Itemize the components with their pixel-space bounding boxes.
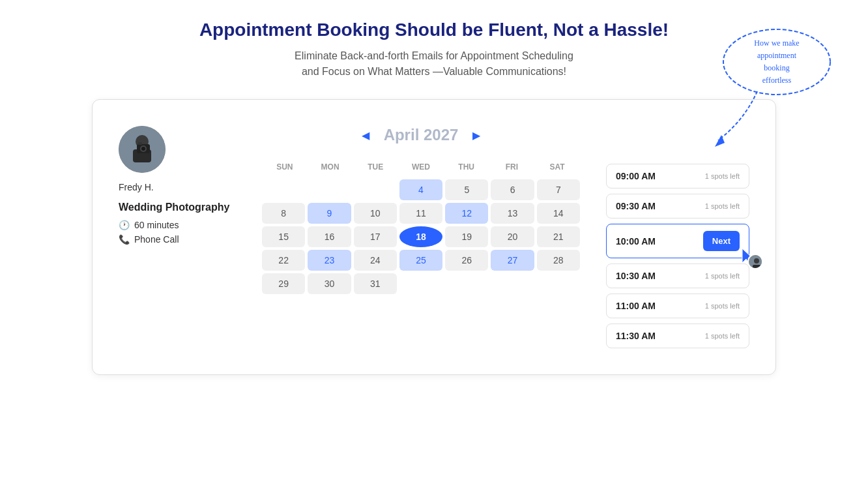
- svg-marker-5: [715, 135, 725, 147]
- day-headers: SUN MON TUE WED THU FRI SAT: [262, 160, 580, 174]
- day-cell-7[interactable]: 7: [537, 179, 580, 200]
- next-button[interactable]: Next: [703, 231, 740, 251]
- arrow-decoration: [705, 88, 770, 153]
- slot-right-1000: Next: [703, 231, 740, 251]
- phone-icon: 📞: [119, 234, 130, 245]
- day-cell-26[interactable]: 26: [445, 250, 488, 271]
- day-cell-29[interactable]: 29: [262, 273, 305, 294]
- time-label-0930: 09:30 AM: [616, 201, 656, 211]
- svg-point-14: [749, 255, 763, 269]
- time-label-1130: 11:30 AM: [616, 331, 656, 341]
- day-cell-empty: [308, 179, 351, 200]
- spots-label-0930: 1 spots left: [705, 202, 740, 210]
- booking-card: Fredy H. Wedding Photography 🕐 60 minute…: [92, 99, 776, 375]
- day-header-fri: FRI: [489, 160, 535, 174]
- day-cell-31[interactable]: 31: [354, 273, 397, 294]
- time-slot-0900[interactable]: 09:00 AM 1 spots left: [606, 164, 749, 188]
- day-cell-empty: [262, 179, 305, 200]
- day-cell-22[interactable]: 22: [262, 250, 305, 271]
- day-cell-20[interactable]: 20: [491, 226, 534, 247]
- time-label-1030: 10:30 AM: [616, 271, 656, 281]
- day-cell-11[interactable]: 11: [399, 203, 442, 224]
- day-cell-23[interactable]: 23: [308, 250, 351, 271]
- day-cell-4[interactable]: 4: [399, 179, 442, 200]
- svg-rect-12: [138, 142, 142, 145]
- day-header-sun: SUN: [262, 160, 308, 174]
- day-cell-5[interactable]: 5: [445, 179, 488, 200]
- day-cell-24[interactable]: 24: [354, 250, 397, 271]
- day-cell-18[interactable]: 18: [399, 226, 442, 247]
- handwritten-bubble: How we make appointment booking effortle…: [718, 23, 835, 104]
- time-slot-0930[interactable]: 09:30 AM 1 spots left: [606, 194, 749, 218]
- day-header-wed: WED: [398, 160, 444, 174]
- time-label-1100: 11:00 AM: [616, 301, 656, 311]
- day-cell-27[interactable]: 27: [491, 250, 534, 271]
- svg-text:booking: booking: [764, 63, 789, 72]
- day-header-thu: THU: [444, 160, 489, 174]
- time-slot-1100[interactable]: 11:00 AM 1 spots left: [606, 294, 749, 318]
- main-title: Appointment Booking Should be Fluent, No…: [39, 20, 829, 40]
- day-header-sat: SAT: [534, 160, 580, 174]
- svg-marker-13: [742, 248, 753, 264]
- svg-text:appointment: appointment: [757, 51, 797, 60]
- next-month-button[interactable]: ▶: [469, 127, 484, 144]
- day-cell-25[interactable]: 25: [399, 250, 442, 271]
- day-cell-14[interactable]: 14: [537, 203, 580, 224]
- duration-detail: 🕐 60 minutes: [119, 220, 236, 230]
- contact-detail: 📞 Phone Call: [119, 234, 236, 245]
- day-cell-empty: [491, 273, 534, 294]
- day-cell-8[interactable]: 8: [262, 203, 305, 224]
- spots-label-0900: 1 spots left: [705, 172, 740, 180]
- day-cell-30[interactable]: 30: [308, 273, 351, 294]
- day-header-tue: TUE: [353, 160, 398, 174]
- person-name: Fredy H.: [119, 182, 236, 192]
- time-label-0900: 09:00 AM: [616, 171, 656, 181]
- avatar: [119, 126, 166, 173]
- day-header-mon: MON: [308, 160, 353, 174]
- day-cell-12[interactable]: 12: [445, 203, 488, 224]
- day-cell-6[interactable]: 6: [491, 179, 534, 200]
- day-cell-13[interactable]: 13: [491, 203, 534, 224]
- header-section: Appointment Booking Should be Fluent, No…: [39, 20, 829, 80]
- day-cell-empty: [445, 273, 488, 294]
- spots-label-1130: 1 spots left: [705, 332, 740, 340]
- day-cell-10[interactable]: 10: [354, 203, 397, 224]
- svg-point-15: [754, 258, 759, 264]
- service-title: Wedding Photography: [119, 202, 236, 213]
- day-cell-empty: [399, 273, 442, 294]
- day-cell-28[interactable]: 28: [537, 250, 580, 271]
- page-wrapper: Appointment Booking Should be Fluent, No…: [0, 0, 868, 497]
- day-cell-empty: [537, 273, 580, 294]
- left-panel: Fredy H. Wedding Photography 🕐 60 minute…: [119, 126, 236, 348]
- svg-rect-16: [753, 265, 760, 269]
- svg-text:effortless: effortless: [762, 76, 792, 85]
- time-slot-1130[interactable]: 11:30 AM 1 spots left: [606, 324, 749, 348]
- spots-label-1100: 1 spots left: [705, 302, 740, 310]
- day-cell-empty: [354, 179, 397, 200]
- day-cell-15[interactable]: 15: [262, 226, 305, 247]
- day-cell-9[interactable]: 9: [308, 203, 351, 224]
- svg-text:How we make: How we make: [754, 38, 799, 48]
- calendar-header: ◀ April 2027 ▶: [262, 126, 580, 144]
- time-panel: 09:00 AM 1 spots left 09:30 AM 1 spots l…: [606, 164, 749, 348]
- spots-label-1030: 1 spots left: [705, 272, 740, 280]
- svg-point-11: [141, 147, 145, 151]
- calendar-panel: ◀ April 2027 ▶ SUN MON TUE WED THU FRI S…: [262, 126, 580, 348]
- time-slot-1000[interactable]: 10:00 AM Next: [606, 224, 749, 258]
- time-slot-1030[interactable]: 10:30 AM 1 spots left: [606, 264, 749, 288]
- calendar-month: April 2027: [384, 126, 459, 144]
- prev-month-button[interactable]: ◀: [358, 127, 373, 144]
- clock-icon: 🕐: [119, 220, 130, 230]
- subtitle: Eliminate Back-and-forth Emails for Appo…: [39, 48, 829, 80]
- day-cell-17[interactable]: 17: [354, 226, 397, 247]
- time-label-1000: 10:00 AM: [616, 236, 656, 247]
- day-cell-19[interactable]: 19: [445, 226, 488, 247]
- calendar-grid: SUN MON TUE WED THU FRI SAT 4 5 6 7: [262, 160, 580, 294]
- day-cell-21[interactable]: 21: [537, 226, 580, 247]
- day-cell-16[interactable]: 16: [308, 226, 351, 247]
- days-grid: 4 5 6 7 8 9 10 11 12 13 14 15 16 17: [262, 179, 580, 294]
